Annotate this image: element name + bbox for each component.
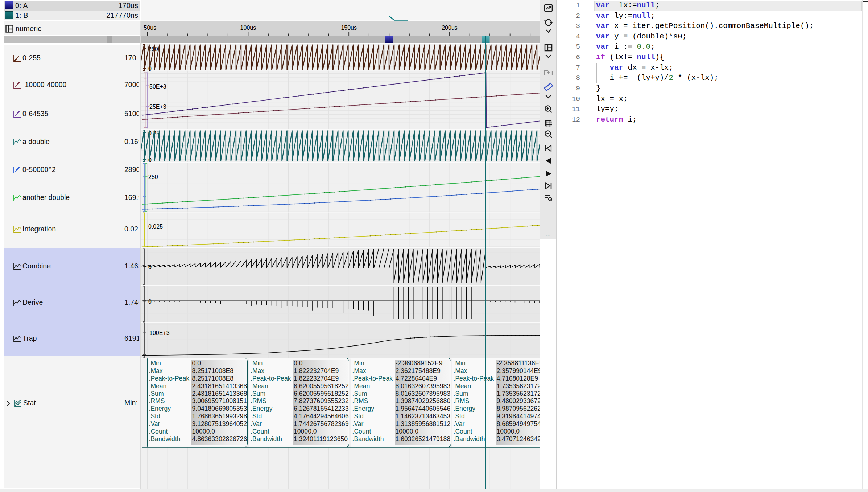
svg-text:...: ... (546, 231, 550, 237)
